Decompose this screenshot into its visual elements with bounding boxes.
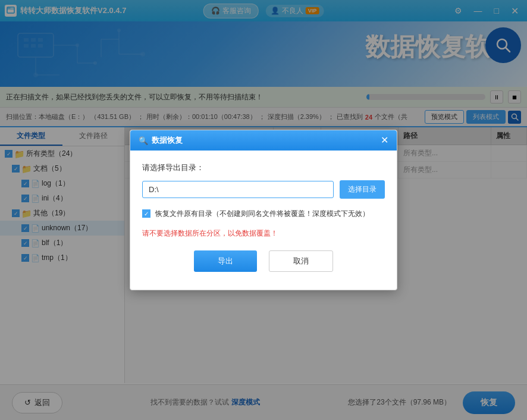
modal-checkbox-label: 恢复文件原有目录（不创建则同名文件将被覆盖！深度模式下无效） [155,208,369,220]
modal-footer: 导出 取消 [142,250,385,278]
modal-dialog: 🔍 数据恢复 ✕ 请选择导出目录： 选择目录 ✓ 恢复文件原有目录（不创建则同名… [130,130,397,290]
modal-checkbox-row: ✓ 恢复文件原有目录（不创建则同名文件将被覆盖！深度模式下无效） [142,208,385,220]
modal-select-dir-button[interactable]: 选择目录 [340,180,385,199]
modal-warning: 请不要选择数据所在分区，以免数据覆盖！ [142,228,385,239]
modal-checkbox[interactable]: ✓ [142,209,150,218]
modal-path-row: 选择目录 [142,180,385,199]
modal-export-button[interactable]: 导出 [194,250,257,272]
modal-search-icon: 🔍 [139,136,148,145]
modal-title-text: 数据恢复 [152,135,183,146]
modal-body: 请选择导出目录： 选择目录 ✓ 恢复文件原有目录（不创建则同名文件将被覆盖！深度… [130,151,397,289]
modal-title: 🔍 数据恢复 [139,135,183,146]
modal-close-button[interactable]: ✕ [381,136,388,145]
modal-header: 🔍 数据恢复 ✕ [130,130,397,151]
modal-label: 请选择导出目录： [142,162,385,173]
modal-cancel-button[interactable]: 取消 [269,250,333,272]
modal-overlay: 🔍 数据恢复 ✕ 请选择导出目录： 选择目录 ✓ 恢复文件原有目录（不创建则同名… [0,0,527,420]
modal-path-input[interactable] [142,181,334,198]
